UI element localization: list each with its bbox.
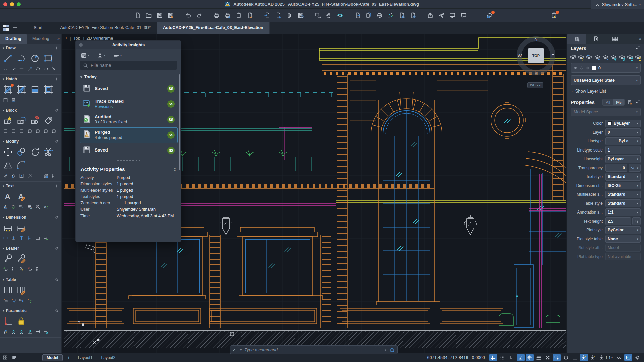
new-tab-icon[interactable] (12, 25, 18, 31)
filter-my-button[interactable]: My (613, 99, 624, 105)
viewcube-top-face[interactable]: TOP (528, 48, 544, 63)
properties-edit-icon[interactable] (627, 100, 633, 105)
hatchsm1-tool-icon[interactable] (2, 97, 9, 104)
prompt-caret-icon[interactable]: ▾ (240, 348, 241, 351)
save-net-icon[interactable] (297, 11, 305, 19)
palette-section-header[interactable]: ▾Table (0, 276, 61, 283)
palette-section-header[interactable]: ▾Block (0, 107, 61, 114)
layer-off-icon[interactable] (618, 54, 626, 61)
ortho-statusbar-icon[interactable] (507, 354, 516, 361)
orbit-icon[interactable] (336, 11, 344, 19)
visual-style-selector[interactable]: 2D Wireframe (86, 36, 113, 41)
drawing-area[interactable]: Y + | Top | 2D Wireframe N S W E TOP (62, 34, 567, 353)
layer-edit-icon[interactable] (577, 54, 585, 61)
cube-tool-icon[interactable] (10, 172, 17, 179)
section-settings-icon[interactable] (55, 46, 59, 50)
alignobj-tool-icon[interactable] (50, 172, 57, 179)
graphics-statusbar-icon[interactable] (624, 354, 632, 361)
section-settings-icon[interactable] (55, 108, 59, 112)
leaderflash-tool-icon[interactable] (18, 266, 25, 273)
bulbcon1-tool-icon[interactable] (10, 328, 17, 335)
property-value-multileader-s[interactable]: Standard▾ (605, 191, 641, 198)
tagbig-tool-icon[interactable] (42, 115, 54, 127)
ellipsec-tool-icon[interactable] (34, 65, 41, 72)
tablebrush-tool-icon[interactable] (15, 284, 28, 296)
tableA-tool-icon[interactable]: A (18, 297, 25, 304)
grid-tab[interactable] (605, 34, 625, 44)
dimbase-tool-icon[interactable] (26, 235, 33, 242)
blockcopy-tool-icon[interactable] (15, 115, 28, 127)
paramline-tool-icon[interactable] (2, 315, 14, 327)
calendar-filter-icon[interactable]: ▾ (80, 52, 89, 58)
breakx-tool-icon[interactable] (26, 172, 33, 179)
redo-icon[interactable] (195, 11, 203, 19)
arraysm-tool-icon[interactable] (42, 172, 49, 179)
blocksave-tool-icon[interactable] (18, 128, 25, 135)
layer-unisolate-icon[interactable] (602, 54, 609, 61)
circler-tool-icon[interactable] (29, 52, 41, 64)
screen-share-icon[interactable] (448, 11, 457, 19)
property-value-annotation-s[interactable]: 1:1▾ (605, 208, 641, 216)
tablesync-tool-icon[interactable]: 8 (26, 297, 33, 304)
current-layer-dropdown[interactable]: 0 ▾ (571, 63, 641, 73)
activity-item-saved[interactable]: SavedSS (80, 143, 178, 158)
copy-tool-icon[interactable] (15, 146, 28, 158)
stretch-tool-icon[interactable] (2, 172, 9, 179)
user-filter-icon[interactable]: ▾ (97, 52, 105, 58)
wcs-selector[interactable]: WCS▾ (527, 82, 543, 88)
collapse-chevrons-icon[interactable]: ⌄⌄ (174, 167, 176, 171)
blocksync-tool-icon[interactable] (34, 128, 41, 135)
activity-item-purged[interactable]: Purged4 items purgedSS (80, 127, 178, 143)
palette-section-header[interactable]: ▾Leader (0, 245, 61, 252)
panel-dock-icon[interactable] (635, 46, 641, 51)
rectd-tool-icon[interactable] (42, 65, 49, 72)
page-gear-icon[interactable] (409, 11, 417, 19)
parc-tool-icon[interactable] (15, 52, 28, 64)
leaderbrush-tool-icon[interactable] (15, 253, 28, 265)
autoscale-statusbar-icon[interactable] (589, 354, 597, 361)
offset-tool-icon[interactable] (18, 172, 25, 179)
pan-hand-icon[interactable] (325, 11, 333, 19)
count-tool-icon[interactable]: 1 (486, 11, 494, 19)
apps-grid-icon[interactable] (3, 24, 9, 31)
command-input[interactable]: Type a command (244, 347, 381, 352)
palette-section-header[interactable]: ▾Hatch (0, 75, 61, 83)
rotate-tool-icon[interactable] (29, 146, 41, 158)
polar-statusbar-icon[interactable] (517, 354, 525, 361)
leadercollect-tool-icon[interactable] (34, 266, 41, 273)
attach-clip-icon[interactable] (285, 11, 293, 19)
blockins-tool-icon[interactable] (2, 115, 14, 127)
zoom-window-icon[interactable] (314, 11, 322, 19)
leaderadd-tool-icon[interactable] (2, 266, 9, 273)
transparency-layer-button[interactable]: ▾ (629, 164, 641, 172)
arc3-tool-icon[interactable] (2, 65, 9, 72)
cleanscreen-statusbar-icon[interactable] (571, 354, 579, 361)
property-value-linetype-scale[interactable]: 1 (605, 146, 641, 154)
layer-state-dropdown[interactable]: Unsaved Layer State ▾ (571, 75, 641, 85)
dimbulb-tool-icon[interactable] (42, 328, 49, 335)
close-window-button[interactable] (3, 2, 7, 6)
layer-previous-icon[interactable] (586, 54, 593, 61)
filter-all-button[interactable]: All (603, 99, 613, 105)
palette-tab-drafting[interactable]: Drafting (0, 34, 27, 44)
minimize-window-button[interactable] (10, 2, 14, 6)
palette-section-header[interactable]: ▾Dimension (0, 214, 61, 221)
compass-east[interactable]: E (551, 53, 554, 58)
list-filter-icon[interactable]: ▾ (113, 52, 122, 58)
isolate-statusbar-icon[interactable] (615, 354, 623, 361)
activity-item-saved[interactable]: SavedSS (80, 81, 178, 96)
annoscale-statusbar-icon[interactable]: 1:1▾ (598, 354, 614, 361)
rayline-tool-icon[interactable] (26, 65, 33, 72)
textAbrush-tool-icon[interactable]: A (15, 190, 28, 202)
property-value-text-height[interactable]: 2.5 (605, 217, 631, 225)
bulbcon3-tool-icon[interactable] (26, 328, 33, 335)
layer-unlock-icon[interactable] (635, 54, 642, 61)
save-as-icon[interactable] (167, 11, 175, 19)
add-layout-button[interactable]: + (65, 355, 73, 360)
compass-west[interactable]: W (518, 53, 522, 58)
send-plane-icon[interactable] (437, 11, 445, 19)
section-settings-icon[interactable] (55, 139, 59, 143)
activity-item-trace-created[interactable]: Trace createdRevisionsSS (80, 96, 178, 112)
dimbrush-tool-icon[interactable] (15, 222, 28, 234)
chat-icon[interactable] (460, 11, 468, 19)
